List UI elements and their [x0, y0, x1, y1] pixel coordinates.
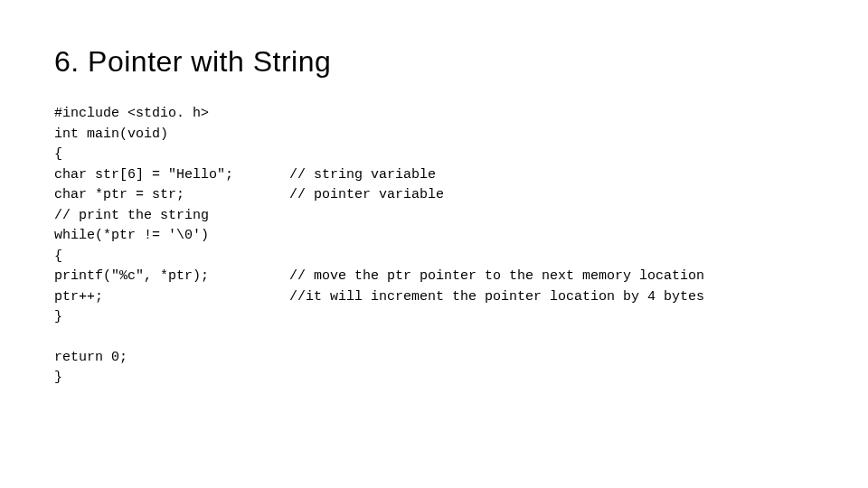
blank-line — [54, 328, 814, 348]
code-line: { — [54, 247, 814, 267]
code-line: { — [54, 145, 814, 165]
code-text: { — [54, 145, 289, 165]
code-line: return 0; — [54, 348, 814, 369]
code-text: { — [54, 247, 289, 267]
code-text: #include <stdio. h> — [54, 104, 289, 125]
code-line: int main(void) — [54, 125, 814, 145]
code-text: char *ptr = str; — [54, 185, 289, 206]
page-title: 6. Pointer with String — [54, 45, 814, 79]
code-comment: // pointer variable — [289, 185, 814, 206]
code-line: printf("%c", *ptr); // move the ptr poin… — [54, 267, 814, 287]
code-text: ptr++; — [54, 287, 289, 308]
code-text: char str[6] = "Hello"; — [54, 165, 289, 186]
code-line: ptr++; //it will increment the pointer l… — [54, 287, 814, 308]
code-comment: // string variable — [289, 165, 814, 186]
code-line: } — [54, 368, 814, 389]
code-text: printf("%c", *ptr); — [54, 267, 289, 287]
code-line: char str[6] = "Hello"; // string variabl… — [54, 165, 814, 186]
code-line: #include <stdio. h> — [54, 104, 814, 125]
code-text: // print the string — [54, 206, 289, 227]
code-text: return 0; — [54, 348, 289, 369]
code-line: } — [54, 307, 814, 328]
code-line: // print the string — [54, 206, 814, 227]
code-text: int main(void) — [54, 125, 289, 145]
code-text: } — [54, 368, 289, 389]
code-line: while(*ptr != '\0') — [54, 226, 814, 247]
code-block: #include <stdio. h> int main(void) { cha… — [54, 104, 814, 389]
code-text: while(*ptr != '\0') — [54, 226, 289, 247]
code-comment: // move the ptr pointer to the next memo… — [289, 267, 814, 287]
code-comment: //it will increment the pointer location… — [289, 287, 814, 308]
code-text: } — [54, 307, 289, 328]
code-line: char *ptr = str; // pointer variable — [54, 185, 814, 206]
